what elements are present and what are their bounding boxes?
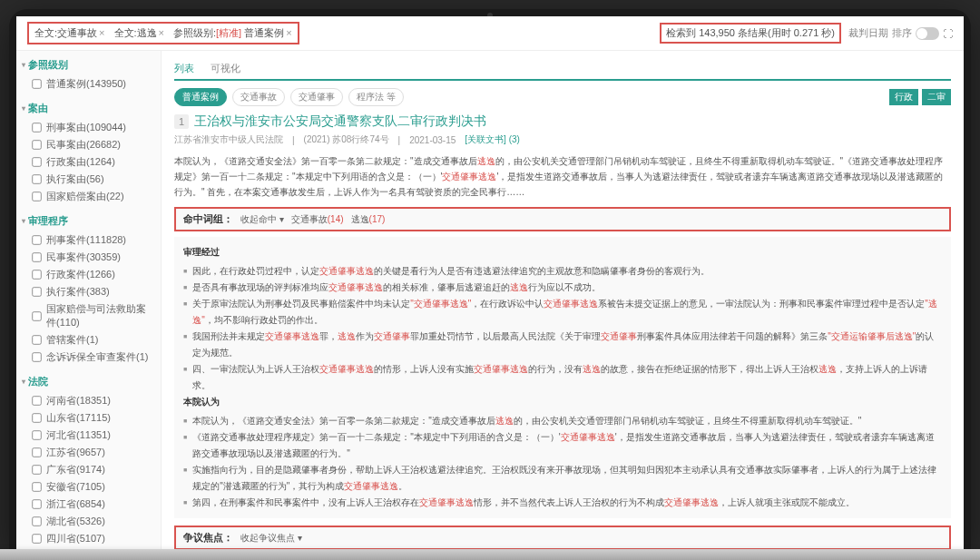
- facet-item[interactable]: 普通案例(143950): [22, 75, 155, 93]
- facet-checkbox[interactable]: [32, 287, 41, 296]
- content-line: 是否具有事故现场的评判标准均应交通肇事逃逸的相关标准，肇事后逃避追赶的逃逸行为应…: [183, 280, 942, 296]
- tab-list[interactable]: 列表: [174, 58, 194, 81]
- content-line: 《道路交通事故处理程序规定》第一百一十二条规定："本规定中下列用语的含义是：（一…: [183, 429, 942, 462]
- case-meta: 江苏省淮安市中级人民法院 | (2021) 苏08行终74号 | 2021-03…: [174, 133, 951, 146]
- facet-title[interactable]: 案由: [22, 102, 155, 115]
- facet-item[interactable]: 管辖案件(1): [22, 331, 155, 349]
- facet-checkbox[interactable]: [32, 335, 41, 344]
- facet-item[interactable]: 行政案由(1264): [22, 153, 155, 171]
- facet-checkbox[interactable]: [32, 270, 41, 279]
- sub-tag-row: 普通案例 交通事故 交通肇事 程序法 等 行政 二审: [174, 88, 951, 106]
- facet-title[interactable]: 参照级别: [22, 58, 155, 72]
- content-line: 第四，在刑事案件和民事案件中，没有上诉人王治权存在交通肇事逃逸情形，并不当然代表…: [183, 495, 942, 511]
- content-line: 实施指向行为，目的是隐藏肇事者身份，帮助上诉人王治权逃避法律追究。王治权既没有来…: [183, 462, 942, 495]
- facet-item[interactable]: 湖北省(5326): [22, 513, 155, 530]
- case-type-badge: 行政: [889, 89, 918, 105]
- facet-item[interactable]: 江苏省(9657): [22, 444, 155, 461]
- facet-item[interactable]: 民事案由(26682): [22, 136, 155, 153]
- result-number: 1: [174, 114, 189, 129]
- remove-filter-icon[interactable]: ×: [99, 27, 104, 38]
- facet-checkbox[interactable]: [32, 140, 41, 149]
- case-title[interactable]: 王治权与淮安市公安局交通警察支队二审行政判决书: [194, 113, 486, 130]
- facet-title[interactable]: 审理程序: [22, 214, 155, 228]
- sub-tag[interactable]: 程序法 等: [348, 88, 404, 106]
- filter-tag[interactable]: 全文:交通事故×: [34, 26, 105, 40]
- filter-tag[interactable]: 全文:逃逸×: [114, 26, 165, 40]
- sub-tag[interactable]: 普通案例: [174, 88, 227, 106]
- content-line: 因此，在行政处罚过程中，认定交通肇事逃逸的关键是看行为人是否有违逃避法律追究的主…: [183, 263, 942, 280]
- facet-item[interactable]: 刑事案件(111828): [22, 231, 155, 249]
- facet-checkbox[interactable]: [32, 396, 41, 405]
- result-count: 检索到 143,950 条结果(用时 0.271 秒): [660, 23, 841, 44]
- facet-item[interactable]: 执行案件(383): [22, 283, 155, 300]
- content-line: 我国刑法并未规定交通肇事逃逸罪，逃逸作为交通肇事罪加重处罚情节，以后最高人民法院…: [183, 329, 942, 361]
- filter-tag[interactable]: 参照级别:[精准] 普通案例×: [173, 26, 292, 40]
- facet-checkbox[interactable]: [32, 352, 41, 361]
- facet-item[interactable]: 浙江省(6854): [22, 496, 155, 513]
- content-line: 本院认为，《道路交通安全法》第一百零一条第二款规定："造成交通事故后逃逸的，由公…: [183, 413, 942, 429]
- sort-controls: 裁判日期 排序 ⛶: [848, 26, 953, 40]
- hit-pill[interactable]: 逃逸(17): [351, 213, 386, 226]
- collapse-dispute[interactable]: 收起争议焦点 ▾: [240, 532, 302, 545]
- content-line: 关于原审法院认为刑事处罚及民事赔偿案件中均未认定"交通肇事逃逸"，在行政诉讼中认…: [183, 296, 942, 329]
- facet-checkbox[interactable]: [32, 482, 41, 491]
- facet-checkbox[interactable]: [32, 79, 41, 88]
- facet-checkbox[interactable]: [32, 534, 41, 543]
- content-line: 四、一审法院认为上诉人王治权交通肇事逃逸的情形，上诉人没有实施交通肇事逃逸的行为…: [183, 361, 942, 394]
- facet-checkbox[interactable]: [32, 252, 41, 261]
- expand-icon[interactable]: ⛶: [943, 28, 953, 39]
- facet-sidebar: 参照级别普通案例(143950)案由刑事案由(109044)民事案由(26682…: [16, 51, 162, 551]
- facet-item[interactable]: 河北省(11351): [22, 427, 155, 444]
- facet-item[interactable]: 河南省(18351): [22, 392, 155, 409]
- dispute-section: 争议焦点： 收起争议焦点 ▾: [174, 526, 951, 550]
- hit-terms-section: 命中词组： 收起命中 ▾ 交通事故(14) 逃逸(17): [174, 207, 951, 231]
- facet-item[interactable]: 行政案件(1266): [22, 266, 155, 283]
- facet-item[interactable]: 四川省(5107): [22, 530, 155, 547]
- process-block: 审理经过 因此，在行政处罚过程中，认定交通肇事逃逸的关键是看行为人是否有违逃避法…: [174, 237, 951, 518]
- instance-badge: 二审: [922, 89, 951, 105]
- facet-checkbox[interactable]: [32, 447, 41, 457]
- tab-viz[interactable]: 可视化: [211, 58, 240, 79]
- facet-checkbox[interactable]: [32, 413, 41, 422]
- facet-item[interactable]: 执行案由(56): [22, 171, 155, 188]
- facet-checkbox[interactable]: [32, 311, 41, 320]
- view-tabs: 列表 可视化: [174, 58, 951, 81]
- facet-checkbox[interactable]: [32, 157, 41, 166]
- facet-checkbox[interactable]: [32, 192, 41, 201]
- hit-pill[interactable]: 交通事故(14): [291, 213, 344, 226]
- related-docs-link[interactable]: [关联文书] (3): [465, 133, 520, 146]
- facet-item[interactable]: 刑事案由(109044): [22, 119, 155, 136]
- facet-item[interactable]: 国家赔偿与司法救助案件(110): [22, 300, 155, 331]
- facet-checkbox[interactable]: [32, 499, 41, 508]
- facet-item[interactable]: 安徽省(7105): [22, 478, 155, 496]
- facet-item[interactable]: 念诉诉保全审查案件(1): [22, 349, 155, 366]
- collapse-hits[interactable]: 收起命中 ▾: [240, 213, 284, 226]
- facet-item[interactable]: 山东省(17115): [22, 409, 155, 427]
- sort-toggle[interactable]: [916, 27, 939, 40]
- facet-checkbox[interactable]: [32, 174, 41, 183]
- sub-tag[interactable]: 交通事故: [232, 88, 285, 106]
- remove-filter-icon[interactable]: ×: [159, 27, 164, 38]
- facet-title[interactable]: 法院: [22, 375, 155, 388]
- facet-item[interactable]: 国家赔偿案由(22): [22, 188, 155, 205]
- main-content: 列表 可视化 普通案例 交通事故 交通肇事 程序法 等 行政 二审 1 王治权与…: [162, 51, 964, 551]
- facet-checkbox[interactable]: [32, 465, 41, 474]
- active-filters: 全文:交通事故× 全文:逃逸× 参照级别:[精准] 普通案例×: [27, 22, 299, 44]
- facet-checkbox[interactable]: [32, 516, 41, 526]
- sub-tag[interactable]: 交通肇事: [290, 88, 343, 106]
- facet-checkbox[interactable]: [32, 430, 41, 439]
- facet-checkbox[interactable]: [32, 235, 41, 244]
- remove-filter-icon[interactable]: ×: [286, 27, 291, 38]
- facet-item[interactable]: 广东省(9174): [22, 461, 155, 478]
- case-summary: 本院认为，《道路交通安全法》第一百零一条第二款规定："造成交通事故后逃逸的，由公…: [174, 153, 951, 200]
- facet-item[interactable]: 民事案件(30359): [22, 249, 155, 266]
- facet-checkbox[interactable]: [32, 123, 41, 132]
